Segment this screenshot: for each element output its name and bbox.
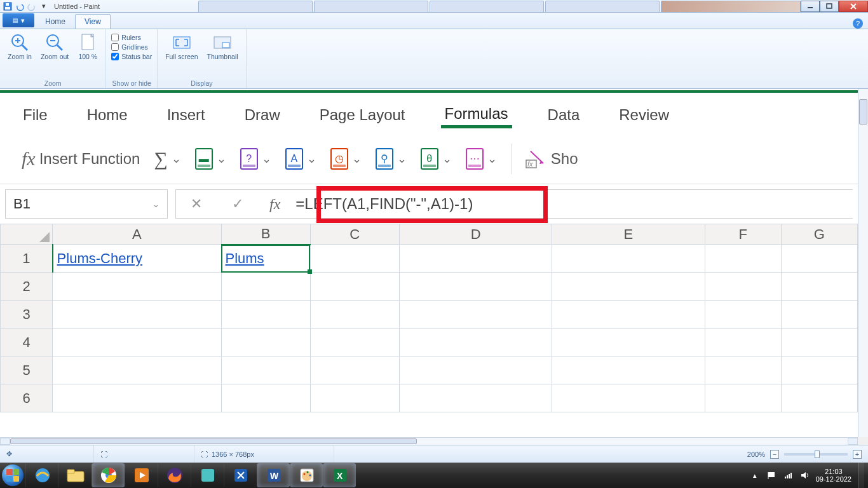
cell[interactable]	[552, 301, 705, 329]
close-button[interactable]	[839, 1, 868, 12]
maximize-button[interactable]	[820, 1, 839, 12]
cell[interactable]	[310, 384, 399, 412]
cell[interactable]	[221, 301, 310, 329]
col-header-C[interactable]: C	[310, 224, 399, 245]
paint-file-menu[interactable]: ▤▾	[3, 13, 34, 27]
redo-icon[interactable]	[27, 1, 37, 11]
math-trig-button[interactable]: θ⌄	[421, 148, 452, 170]
excel-tab-draw[interactable]: Draw	[241, 104, 284, 126]
cell[interactable]	[310, 301, 399, 329]
cell[interactable]	[705, 273, 781, 301]
bg-tab[interactable]	[545, 1, 660, 12]
col-header-B[interactable]: B	[221, 224, 310, 245]
undo-icon[interactable]	[15, 1, 25, 11]
zoom-out-button[interactable]: Zoom out	[38, 31, 71, 62]
tray-up-icon[interactable]: ▴	[750, 470, 760, 480]
taskbar-media-icon[interactable]	[125, 463, 158, 487]
cell-D1[interactable]	[399, 245, 552, 273]
zoom-slider-thumb[interactable]	[815, 451, 820, 458]
taskbar-vscode-icon[interactable]	[224, 463, 257, 487]
taskbar-word-icon[interactable]: W	[257, 463, 290, 487]
cell[interactable]	[705, 301, 781, 329]
formula-bar[interactable]: fx =LEFT(A1,FIND("-",A1)-1)	[258, 189, 853, 219]
qat-dropdown-icon[interactable]: ▾	[39, 1, 49, 11]
thumbnail-button[interactable]: Thumbnail	[205, 31, 241, 62]
col-header-A[interactable]: A	[53, 224, 221, 245]
zoom-in-button[interactable]: Zoom in	[5, 31, 34, 62]
statusbar-checkbox[interactable]: Status bar	[111, 53, 152, 60]
cell[interactable]	[399, 329, 552, 356]
bg-tab[interactable]	[314, 1, 428, 12]
cell-G1[interactable]	[781, 245, 857, 273]
excel-grid[interactable]: A B C D E F G 1 Plums-Cherry Plums 2	[0, 224, 858, 412]
cell[interactable]	[705, 356, 781, 384]
zoom-plus-button[interactable]: +	[853, 450, 862, 459]
minimize-button[interactable]	[801, 1, 820, 12]
date-time-button[interactable]: ◷⌄	[330, 148, 362, 170]
cell[interactable]	[552, 384, 705, 412]
cell[interactable]	[552, 329, 705, 356]
cell[interactable]	[705, 329, 781, 356]
taskbar-paint-icon[interactable]	[290, 463, 323, 487]
excel-tab-review[interactable]: Review	[615, 104, 673, 126]
scrollbar-thumb[interactable]	[10, 438, 417, 444]
cell[interactable]	[781, 301, 857, 329]
help-icon[interactable]: ?	[853, 18, 863, 29]
col-header-D[interactable]: D	[399, 224, 552, 245]
cell-B1[interactable]: Plums	[221, 245, 310, 273]
excel-tab-pagelayout[interactable]: Page Layout	[316, 104, 409, 126]
zoom-minus-button[interactable]: −	[770, 450, 779, 459]
col-header-G[interactable]: G	[781, 224, 857, 245]
more-functions-button[interactable]: ⋯⌄	[466, 148, 497, 170]
save-icon[interactable]	[3, 1, 13, 11]
paint-canvas[interactable]: File Home Insert Draw Page Layout Formul…	[0, 89, 858, 437]
enter-icon[interactable]: ✓	[232, 196, 243, 212]
vertical-scrollbar[interactable]	[858, 89, 868, 437]
rulers-checkbox[interactable]: Rulers	[111, 34, 152, 41]
show-desktop-button[interactable]	[858, 463, 864, 488]
zoom-slider[interactable]	[784, 453, 848, 456]
cell[interactable]	[399, 273, 552, 301]
cell[interactable]	[53, 384, 221, 412]
cell[interactable]	[399, 356, 552, 384]
taskbar-chrome-icon[interactable]	[92, 463, 125, 487]
row-header-5[interactable]: 5	[1, 356, 53, 384]
cell[interactable]	[221, 329, 310, 356]
bg-tab[interactable]	[198, 1, 313, 12]
cell[interactable]	[399, 301, 552, 329]
zoom-100-button[interactable]: 100 %	[75, 31, 100, 62]
tray-flag-icon[interactable]	[766, 470, 776, 480]
cell-C1[interactable]	[310, 245, 399, 273]
cell[interactable]	[552, 356, 705, 384]
row-header-4[interactable]: 4	[1, 329, 53, 356]
excel-tab-insert[interactable]: Insert	[163, 104, 209, 126]
show-formulas-button[interactable]: fx Sho	[526, 149, 578, 168]
autosum-button[interactable]: ∑⌄	[154, 148, 180, 170]
cell[interactable]	[221, 356, 310, 384]
name-box[interactable]: B1 ⌄	[5, 189, 168, 219]
row-header-3[interactable]: 3	[1, 301, 53, 329]
taskbar-app-icon[interactable]	[191, 463, 224, 487]
taskbar-explorer-icon[interactable]	[58, 463, 92, 487]
start-button[interactable]	[0, 463, 25, 488]
cell[interactable]	[781, 329, 857, 356]
taskbar-firefox-icon[interactable]	[158, 463, 191, 487]
excel-tab-data[interactable]: Data	[544, 104, 584, 126]
cell[interactable]	[53, 356, 221, 384]
cell[interactable]	[399, 384, 552, 412]
tray-network-icon[interactable]	[783, 470, 793, 480]
bg-tab[interactable]	[430, 1, 544, 12]
financial-button[interactable]: ▬⌄	[195, 148, 226, 170]
cell[interactable]	[310, 356, 399, 384]
cell[interactable]	[221, 273, 310, 301]
cell[interactable]	[53, 329, 221, 356]
row-header-1[interactable]: 1	[1, 245, 53, 273]
cell[interactable]	[781, 356, 857, 384]
lookup-button[interactable]: ⚲⌄	[376, 148, 407, 170]
paint-tab-home[interactable]: Home	[36, 14, 75, 29]
col-header-F[interactable]: F	[705, 224, 781, 245]
scroll-left-arrow[interactable]	[0, 438, 10, 445]
cell[interactable]	[781, 273, 857, 301]
col-header-E[interactable]: E	[552, 224, 705, 245]
cell[interactable]	[53, 301, 221, 329]
